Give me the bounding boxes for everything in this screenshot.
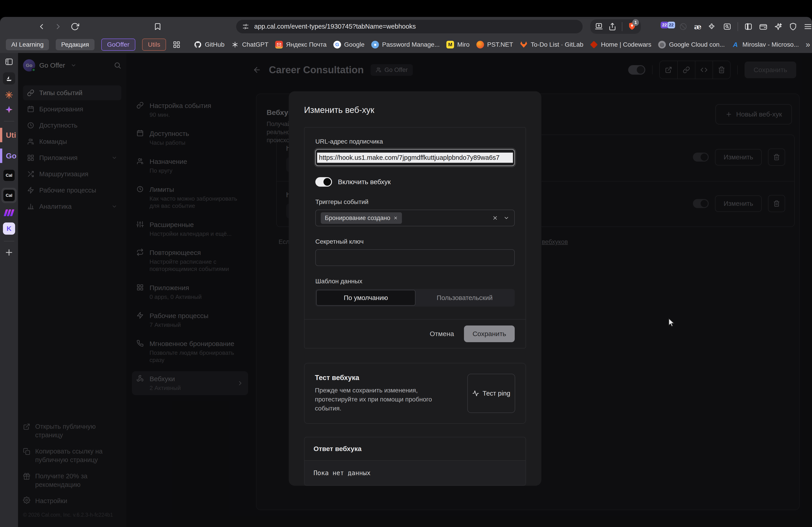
toolbar-pill: 1	[590, 19, 641, 34]
reload-icon[interactable]	[71, 22, 79, 31]
enable-webhook-toggle[interactable]	[315, 177, 332, 187]
vertical-tab-strip: Uti Go Cal Cal K	[0, 53, 18, 527]
wallet-icon[interactable]	[759, 22, 767, 31]
apps-grid-icon[interactable]	[173, 41, 180, 48]
bookmark-google[interactable]: GGoogle	[333, 41, 364, 48]
divider	[622, 22, 622, 31]
bookmark-pstnet[interactable]: PST.NET	[476, 41, 513, 48]
secret-input[interactable]	[315, 249, 515, 266]
toolbar-end-icons	[744, 22, 812, 31]
webhook-form: URL-адрес подписчика https://hook.us1.ma…	[304, 127, 526, 348]
enable-webhook-label: Включить вебхук	[338, 178, 391, 186]
tab-panel-toggle-icon[interactable]	[5, 58, 13, 66]
divider	[4, 241, 14, 241]
url-text[interactable]: app.cal.com/event-types/1930745?tabName=…	[254, 23, 416, 30]
new-tab-button[interactable]	[4, 248, 14, 257]
template-default-option[interactable]: По умолчанию	[316, 290, 416, 306]
cancel-button[interactable]: Отмена	[430, 330, 454, 338]
bookmark-password-manager[interactable]: ●Password Manage...	[371, 41, 440, 48]
tab-gemini-icon[interactable]	[5, 105, 13, 115]
extension-icons: 22 22 æ	[666, 22, 731, 31]
divider	[738, 22, 738, 31]
browser-window: app.cal.com/event-types/1930745?tabName=…	[0, 17, 812, 527]
extension-badge: 22	[667, 21, 675, 28]
remove-tag-icon[interactable]	[393, 216, 398, 220]
sidebar-toggle-icon[interactable]	[744, 22, 752, 31]
secret-label: Секретный ключ	[315, 238, 515, 245]
tune-icon[interactable]	[242, 23, 249, 30]
webhook-response-card: Ответ вебхука Пока нет данных	[304, 437, 526, 486]
back-icon[interactable]	[37, 22, 46, 31]
forward-icon[interactable]	[54, 22, 62, 31]
browser-toolbar: app.cal.com/event-types/1930745?tabName=…	[0, 17, 812, 36]
extension-box-search-icon[interactable]	[723, 22, 731, 31]
modal-title: Изменить веб-хук	[304, 105, 526, 115]
tab-calcom[interactable]: Cal	[3, 169, 15, 181]
nav-buttons	[37, 22, 79, 31]
clear-all-icon[interactable]	[492, 215, 498, 221]
bookmarks-overflow-chevron[interactable]: »	[806, 40, 810, 49]
vpn-shield-icon[interactable]	[789, 22, 797, 31]
test-ping-button[interactable]: Тест ping	[467, 374, 515, 413]
share-icon[interactable]	[608, 22, 617, 31]
tab-k-icon[interactable]: K	[3, 223, 15, 235]
leo-ai-icon[interactable]	[774, 22, 782, 31]
tab-boat-icon[interactable]	[3, 72, 15, 85]
tab-group-ai-learning[interactable]: AI Learning	[6, 39, 49, 50]
tab-group-utils[interactable]: Utils	[142, 39, 166, 51]
brave-shield-icon[interactable]: 1	[628, 21, 636, 32]
response-empty-text: Пока нет данных	[304, 461, 525, 485]
url-label: URL-адрес подписчика	[315, 138, 515, 145]
edit-webhook-modal: Изменить веб-хук URL-адрес подписчика ht…	[289, 91, 541, 486]
chevron-down-icon[interactable]	[504, 215, 509, 221]
divider	[4, 121, 14, 121]
tab-starburst-icon[interactable]	[5, 91, 13, 99]
tab-group-utils-collapsed[interactable]: Uti	[0, 128, 18, 142]
trigger-tag: Бронирование создано	[321, 212, 402, 224]
modal-save-button[interactable]: Сохранить	[464, 326, 515, 342]
payload-template-segmented: По умолчанию Пользовательский	[315, 289, 515, 306]
menu-icon[interactable]	[804, 22, 812, 31]
tab-group-gooffer-collapsed[interactable]: Go	[0, 149, 18, 163]
cal-app: Go Go Offer Типы событий Бронирования До…	[18, 53, 812, 527]
extension-disabled-icon[interactable]	[679, 22, 687, 31]
template-custom-option[interactable]: Пользовательский	[416, 290, 514, 306]
bookmark-icon[interactable]	[154, 22, 162, 31]
url-bar[interactable]: app.cal.com/event-types/1930745?tabName=…	[236, 20, 583, 33]
selected-url-text: https://hook.us1.make.com/7jpgmdffkuttju…	[317, 153, 513, 163]
send-to-device-icon[interactable]	[595, 22, 603, 31]
tab-make-icon[interactable]	[5, 209, 13, 216]
test-title: Тест вебхука	[315, 374, 441, 382]
bookmark-gitlab[interactable]: To-Do List · GitLab	[520, 41, 583, 48]
test-description: Прежде чем сохранить изменения, протести…	[315, 386, 441, 413]
bookmark-yandex-mail[interactable]: Яндекс Почта	[275, 41, 327, 48]
bookmark-chatgpt[interactable]: ChatGPT	[231, 41, 269, 48]
bookmark-github[interactable]: GitHub	[194, 41, 224, 48]
mouse-cursor	[667, 317, 677, 328]
subscriber-url-input[interactable]: https://hook.us1.make.com/7jpgmdffkuttju…	[315, 149, 515, 166]
bookmark-google-cloud[interactable]: ◎Google Cloud con...	[658, 41, 725, 48]
tab-group-gooffer[interactable]: GoOffer	[101, 39, 135, 51]
activity-icon	[472, 390, 479, 397]
response-title: Ответ вебхука	[304, 437, 525, 461]
bookmark-microsoft[interactable]: AMiroslav - Microso...	[731, 41, 799, 48]
tab-group-redakciya[interactable]: Редакция	[56, 39, 94, 50]
bookmarks-bar: AI Learning Редакция GoOffer Utils GitHu…	[0, 36, 812, 53]
bookmark-miro[interactable]: MMiro	[446, 41, 469, 48]
extension-ae-icon[interactable]: æ	[694, 22, 701, 31]
triggers-label: Триггеры событий	[315, 198, 515, 206]
bookmark-codewars[interactable]: Home | Codewars	[590, 41, 651, 48]
template-label: Шаблон данных	[315, 278, 515, 285]
extension-badge: 22	[661, 21, 668, 28]
shield-badge: 1	[632, 19, 639, 26]
extensions-puzzle-icon[interactable]	[708, 22, 716, 31]
test-webhook-card: Тест вебхука Прежде чем сохранить измене…	[304, 363, 526, 424]
tab-calcom-active[interactable]: Cal	[1, 188, 17, 203]
triggers-multiselect[interactable]: Бронирование создано	[315, 210, 515, 226]
